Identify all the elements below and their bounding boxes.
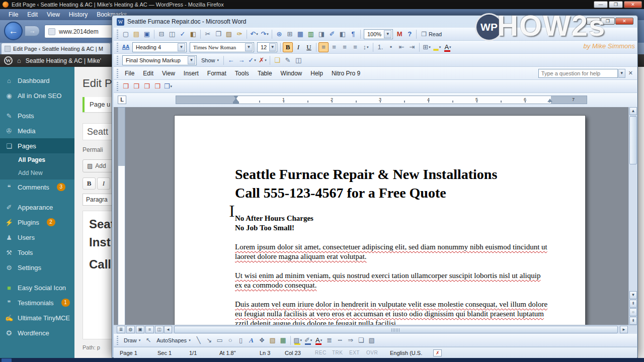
sidebar-item-posts[interactable]: ✎ Posts xyxy=(0,108,74,123)
sidebar-item-media[interactable]: ✇ Media xyxy=(0,123,74,138)
word-menu-edit[interactable]: Edit xyxy=(139,68,157,78)
word-menu-nitro-pro-9[interactable]: Nitro Pro 9 xyxy=(328,68,364,78)
increase-indent-button[interactable]: ⇥ xyxy=(407,42,417,52)
toolbar-drag-handle[interactable] xyxy=(117,82,118,91)
select-objects-button[interactable]: ↖ xyxy=(143,335,153,345)
separator[interactable] xyxy=(200,30,201,39)
toolbar-drag-handle[interactable] xyxy=(117,336,118,345)
spelling-status-icon[interactable]: ✗ xyxy=(433,349,442,356)
sidebar-separator[interactable] xyxy=(0,103,74,108)
word-menu-file[interactable]: File xyxy=(121,68,138,78)
sidebar-item-plugins[interactable]: ⚡ Plugins 2 xyxy=(0,215,74,230)
open-button[interactable]: ▤ xyxy=(131,29,141,39)
browser-tab[interactable]: Edit Page ‹ Seattle Heating & AC | M xyxy=(1,43,111,54)
minimize-button[interactable]: — xyxy=(586,18,600,25)
firefox-menu-history[interactable]: History xyxy=(64,10,92,19)
word-menu-window[interactable]: Window xyxy=(277,68,306,78)
sidebar-subitem-add-new[interactable]: Add New xyxy=(0,166,74,179)
shadow-style-button[interactable]: ❏ xyxy=(356,335,366,345)
align-left-button[interactable]: ≡ xyxy=(318,42,329,52)
toolbar-drag-handle[interactable] xyxy=(117,69,118,78)
maximize-button[interactable]: ❐ xyxy=(601,18,615,25)
insert-line-button[interactable]: ╲ xyxy=(194,335,204,345)
separator[interactable] xyxy=(373,43,373,52)
separator[interactable] xyxy=(419,43,420,52)
align-right-button[interactable]: ≡ xyxy=(340,42,350,52)
maximize-button[interactable]: ❐ xyxy=(609,1,623,8)
underline-button[interactable]: U xyxy=(304,42,314,52)
vertical-scroll-thumb[interactable] xyxy=(629,116,637,164)
close-button[interactable]: ✕ xyxy=(624,1,642,8)
toolbar-drag-handle[interactable] xyxy=(117,56,118,65)
display-for-review-select[interactable]: Final Showing Markup ▼ xyxy=(122,55,197,65)
status-flag-ovr[interactable]: OVR xyxy=(366,350,383,355)
separator[interactable] xyxy=(223,56,224,65)
separator[interactable] xyxy=(360,30,361,39)
dash-style-button[interactable]: ┅ xyxy=(335,335,345,345)
horizontal-scroll-thumb[interactable] xyxy=(174,326,618,333)
insert-picture-button[interactable]: ▦ xyxy=(278,335,288,345)
draw-font-color-button[interactable]: A xyxy=(314,335,324,345)
research-button[interactable]: ◧ xyxy=(188,29,198,39)
show-menu-button[interactable]: Show ▾ xyxy=(198,55,222,65)
print-layout-button[interactable]: ▣ xyxy=(136,326,144,333)
style-select[interactable]: Heading 4 ▼ xyxy=(132,42,187,52)
toolbar-drag-handle[interactable] xyxy=(117,30,118,39)
outline-view-button[interactable]: ≡ xyxy=(145,326,154,333)
editor-bold-button[interactable]: B xyxy=(83,177,96,190)
save-button[interactable]: ▣ xyxy=(142,29,152,39)
chevron-down-icon[interactable]: ▼ xyxy=(618,69,625,78)
sidebar-item-testimonials[interactable]: ❞ Testimonials 1 xyxy=(0,295,74,310)
print-preview-button[interactable]: ◫ xyxy=(167,29,177,39)
sidebar-item-wordfence[interactable]: ✪ Wordfence xyxy=(0,325,74,340)
normal-view-button[interactable]: ≣ xyxy=(117,326,125,333)
sidebar-item-dashboard[interactable]: ⌂ Dashboard xyxy=(0,73,74,88)
toolbar-drag-handle[interactable] xyxy=(117,43,118,52)
sidebar-item-appearance[interactable]: ✐ Appearance xyxy=(0,200,74,215)
nitro-pdf-button-3[interactable]: ❒ xyxy=(142,81,152,92)
zoom-select[interactable]: 100% ▼ xyxy=(364,29,393,39)
text-box-button[interactable]: ▯ xyxy=(236,335,246,345)
back-button[interactable]: ← xyxy=(4,22,23,40)
highlight-button[interactable]: ▂ xyxy=(432,42,442,52)
firefox-menu-file[interactable]: File xyxy=(4,10,23,19)
copy-button[interactable]: ❐ xyxy=(213,29,223,39)
tables-and-borders-button[interactable]: ⊞ xyxy=(285,29,295,39)
sidebar-item-comments[interactable]: ❝ Comments 3 xyxy=(0,179,74,195)
word-menu-view[interactable]: View xyxy=(158,68,179,78)
previous-page-button[interactable]: ⇞ xyxy=(629,300,637,308)
styles-and-formatting-button[interactable]: AA xyxy=(121,42,131,52)
scroll-left-button[interactable]: ◄ xyxy=(164,326,172,333)
drawing-button[interactable]: ✐ xyxy=(327,29,337,39)
undo-button[interactable]: ↶ xyxy=(249,29,259,39)
clip-art-button[interactable]: ▧ xyxy=(268,335,278,345)
new-document-button[interactable]: ▢ xyxy=(121,29,131,39)
read-mode-button[interactable]: ❐ Read xyxy=(418,29,445,39)
left-indent-marker[interactable] xyxy=(233,102,239,104)
reading-layout-button[interactable]: ◫ xyxy=(155,326,164,333)
sidebar-item-tools[interactable]: ⚒ Tools xyxy=(0,245,74,260)
post-title-input[interactable]: Seatt xyxy=(83,123,112,140)
bold-button[interactable]: B xyxy=(283,42,293,52)
separator[interactable] xyxy=(316,43,316,52)
redo-button[interactable]: ↷ xyxy=(260,29,270,39)
insert-arrow-button[interactable]: ↘ xyxy=(204,335,214,345)
numbering-button[interactable]: 1. xyxy=(375,42,385,52)
site-name-link[interactable]: Seattle Heating & AC | Mike' xyxy=(26,57,101,64)
line-spacing-button[interactable]: ↕ xyxy=(361,42,371,52)
separator[interactable] xyxy=(272,30,272,39)
status-flag-rec[interactable]: REC xyxy=(315,350,332,355)
sidebar-separator[interactable] xyxy=(0,275,74,280)
scroll-right-button[interactable]: ► xyxy=(620,326,628,333)
separator[interactable] xyxy=(247,30,247,39)
taskbar-app-icon[interactable] xyxy=(2,358,12,362)
word-menu-format[interactable]: Format xyxy=(203,68,230,78)
cut-button[interactable]: ✂ xyxy=(203,29,213,39)
insert-comment-button[interactable]: ❑ xyxy=(272,55,282,65)
threed-style-button[interactable]: ▧ xyxy=(367,335,377,345)
align-center-button[interactable]: ≡ xyxy=(329,42,339,52)
italic-button[interactable]: I xyxy=(293,42,303,52)
minimize-button[interactable]: — xyxy=(594,1,608,8)
hanging-indent-marker[interactable] xyxy=(233,98,238,102)
sidebar-item-pages[interactable]: ❏ Pages xyxy=(0,138,74,153)
